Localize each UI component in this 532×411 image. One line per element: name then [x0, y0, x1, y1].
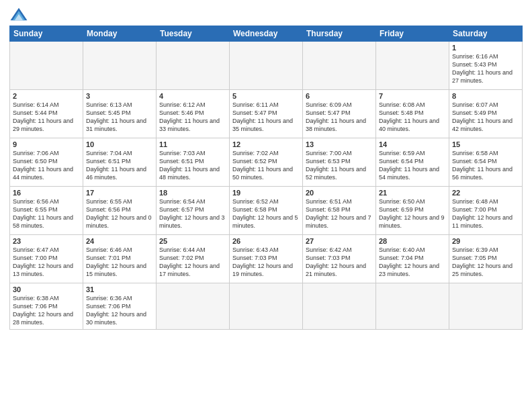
calendar-cell: 7Sunrise: 6:08 AM Sunset: 5:48 PM Daylig… — [376, 90, 449, 138]
week-row-2: 9Sunrise: 7:06 AM Sunset: 6:50 PM Daylig… — [10, 138, 523, 187]
calendar-cell: 30Sunrise: 6:38 AM Sunset: 7:06 PM Dayli… — [10, 283, 83, 330]
calendar-cell: 2Sunrise: 6:14 AM Sunset: 5:44 PM Daylig… — [10, 90, 83, 138]
day-info: Sunrise: 6:51 AM Sunset: 6:58 PM Dayligh… — [306, 197, 373, 230]
day-info: Sunrise: 6:58 AM Sunset: 6:54 PM Dayligh… — [452, 149, 519, 182]
logo-icon — [9, 7, 28, 21]
calendar-cell: 21Sunrise: 6:50 AM Sunset: 6:59 PM Dayli… — [376, 187, 449, 235]
calendar-cell — [303, 283, 376, 330]
week-row-1: 2Sunrise: 6:14 AM Sunset: 5:44 PM Daylig… — [10, 90, 523, 138]
day-number: 14 — [379, 140, 446, 148]
day-info: Sunrise: 6:11 AM Sunset: 5:47 PM Dayligh… — [232, 101, 300, 134]
day-info: Sunrise: 7:00 AM Sunset: 6:53 PM Dayligh… — [306, 149, 373, 182]
day-number: 21 — [379, 189, 446, 197]
day-number: 1 — [452, 44, 519, 52]
calendar-cell: 16Sunrise: 6:56 AM Sunset: 6:55 PM Dayli… — [10, 187, 83, 235]
calendar-cell — [230, 42, 303, 90]
calendar-cell — [10, 42, 83, 90]
day-number: 5 — [232, 92, 300, 100]
calendar-cell: 6Sunrise: 6:09 AM Sunset: 5:47 PM Daylig… — [303, 90, 376, 138]
day-info: Sunrise: 7:06 AM Sunset: 6:50 PM Dayligh… — [13, 149, 80, 182]
weekday-header-friday: Friday — [376, 26, 449, 42]
day-number: 30 — [13, 285, 80, 293]
day-info: Sunrise: 6:12 AM Sunset: 5:46 PM Dayligh… — [159, 101, 226, 134]
calendar-cell — [303, 42, 376, 90]
weekday-header-wednesday: Wednesday — [230, 26, 303, 42]
weekday-header-thursday: Thursday — [303, 26, 376, 42]
day-info: Sunrise: 6:48 AM Sunset: 7:00 PM Dayligh… — [452, 197, 519, 230]
calendar-cell: 1Sunrise: 6:16 AM Sunset: 5:43 PM Daylig… — [449, 42, 523, 90]
calendar-cell: 5Sunrise: 6:11 AM Sunset: 5:47 PM Daylig… — [230, 90, 303, 138]
logo — [9, 7, 30, 21]
calendar-cell: 20Sunrise: 6:51 AM Sunset: 6:58 PM Dayli… — [303, 187, 376, 235]
day-number: 4 — [159, 92, 226, 100]
calendar-cell — [83, 42, 157, 90]
day-number: 20 — [306, 189, 373, 197]
week-row-3: 16Sunrise: 6:56 AM Sunset: 6:55 PM Dayli… — [10, 187, 523, 235]
day-number: 9 — [13, 140, 80, 148]
week-row-5: 30Sunrise: 6:38 AM Sunset: 7:06 PM Dayli… — [10, 283, 523, 330]
day-number: 22 — [452, 189, 519, 197]
calendar-cell: 9Sunrise: 7:06 AM Sunset: 6:50 PM Daylig… — [10, 138, 83, 187]
day-info: Sunrise: 6:36 AM Sunset: 7:06 PM Dayligh… — [86, 294, 153, 327]
day-number: 6 — [306, 92, 373, 100]
logo-area — [9, 7, 30, 21]
calendar: SundayMondayTuesdayWednesdayThursdayFrid… — [9, 26, 523, 330]
day-info: Sunrise: 6:14 AM Sunset: 5:44 PM Dayligh… — [13, 101, 80, 134]
calendar-cell: 10Sunrise: 7:04 AM Sunset: 6:51 PM Dayli… — [83, 138, 157, 187]
calendar-cell — [376, 42, 449, 90]
day-number: 17 — [86, 189, 153, 197]
day-number: 23 — [13, 237, 80, 245]
day-number: 15 — [452, 140, 519, 148]
week-row-0: 1Sunrise: 6:16 AM Sunset: 5:43 PM Daylig… — [10, 42, 523, 90]
day-number: 10 — [86, 140, 153, 148]
day-number: 24 — [86, 237, 153, 245]
calendar-cell: 4Sunrise: 6:12 AM Sunset: 5:46 PM Daylig… — [157, 90, 230, 138]
calendar-cell: 17Sunrise: 6:55 AM Sunset: 6:56 PM Dayli… — [83, 187, 157, 235]
weekday-header-saturday: Saturday — [449, 26, 523, 42]
calendar-cell: 3Sunrise: 6:13 AM Sunset: 5:45 PM Daylig… — [83, 90, 157, 138]
day-info: Sunrise: 6:46 AM Sunset: 7:01 PM Dayligh… — [86, 246, 153, 279]
calendar-cell: 28Sunrise: 6:40 AM Sunset: 7:04 PM Dayli… — [376, 235, 449, 283]
day-info: Sunrise: 6:07 AM Sunset: 5:49 PM Dayligh… — [452, 101, 519, 134]
calendar-cell: 24Sunrise: 6:46 AM Sunset: 7:01 PM Dayli… — [83, 235, 157, 283]
day-info: Sunrise: 6:16 AM Sunset: 5:43 PM Dayligh… — [452, 52, 519, 85]
day-info: Sunrise: 6:08 AM Sunset: 5:48 PM Dayligh… — [379, 101, 446, 134]
day-info: Sunrise: 6:44 AM Sunset: 7:02 PM Dayligh… — [159, 246, 226, 279]
calendar-cell: 25Sunrise: 6:44 AM Sunset: 7:02 PM Dayli… — [157, 235, 230, 283]
page: SundayMondayTuesdayWednesdayThursdayFrid… — [0, 0, 532, 411]
calendar-cell: 29Sunrise: 6:39 AM Sunset: 7:05 PM Dayli… — [449, 235, 523, 283]
calendar-cell: 14Sunrise: 6:59 AM Sunset: 6:54 PM Dayli… — [376, 138, 449, 187]
day-number: 12 — [232, 140, 300, 148]
calendar-cell: 23Sunrise: 6:47 AM Sunset: 7:00 PM Dayli… — [10, 235, 83, 283]
day-info: Sunrise: 6:55 AM Sunset: 6:56 PM Dayligh… — [86, 197, 153, 230]
day-info: Sunrise: 6:13 AM Sunset: 5:45 PM Dayligh… — [86, 101, 153, 134]
calendar-cell: 22Sunrise: 6:48 AM Sunset: 7:00 PM Dayli… — [449, 187, 523, 235]
day-number: 29 — [452, 237, 519, 245]
day-number: 31 — [86, 285, 153, 293]
calendar-cell — [376, 283, 449, 330]
calendar-cell: 26Sunrise: 6:43 AM Sunset: 7:03 PM Dayli… — [230, 235, 303, 283]
day-number: 3 — [86, 92, 153, 100]
header — [9, 7, 523, 21]
weekday-header-tuesday: Tuesday — [157, 26, 230, 42]
day-info: Sunrise: 6:39 AM Sunset: 7:05 PM Dayligh… — [452, 246, 519, 279]
day-info: Sunrise: 6:38 AM Sunset: 7:06 PM Dayligh… — [13, 294, 80, 327]
day-info: Sunrise: 6:56 AM Sunset: 6:55 PM Dayligh… — [13, 197, 80, 230]
day-info: Sunrise: 6:50 AM Sunset: 6:59 PM Dayligh… — [379, 197, 446, 230]
day-info: Sunrise: 6:40 AM Sunset: 7:04 PM Dayligh… — [379, 246, 446, 279]
week-row-4: 23Sunrise: 6:47 AM Sunset: 7:00 PM Dayli… — [10, 235, 523, 283]
day-number: 18 — [159, 189, 226, 197]
day-info: Sunrise: 6:42 AM Sunset: 7:03 PM Dayligh… — [306, 246, 373, 279]
day-number: 11 — [159, 140, 226, 148]
calendar-cell: 27Sunrise: 6:42 AM Sunset: 7:03 PM Dayli… — [303, 235, 376, 283]
day-info: Sunrise: 7:02 AM Sunset: 6:52 PM Dayligh… — [232, 149, 300, 182]
day-number: 25 — [159, 237, 226, 245]
day-number: 26 — [232, 237, 300, 245]
weekday-header-monday: Monday — [83, 26, 157, 42]
calendar-cell: 11Sunrise: 7:03 AM Sunset: 6:51 PM Dayli… — [157, 138, 230, 187]
day-info: Sunrise: 6:54 AM Sunset: 6:57 PM Dayligh… — [159, 197, 226, 230]
day-number: 28 — [379, 237, 446, 245]
calendar-cell: 8Sunrise: 6:07 AM Sunset: 5:49 PM Daylig… — [449, 90, 523, 138]
day-info: Sunrise: 7:04 AM Sunset: 6:51 PM Dayligh… — [86, 149, 153, 182]
day-number: 13 — [306, 140, 373, 148]
